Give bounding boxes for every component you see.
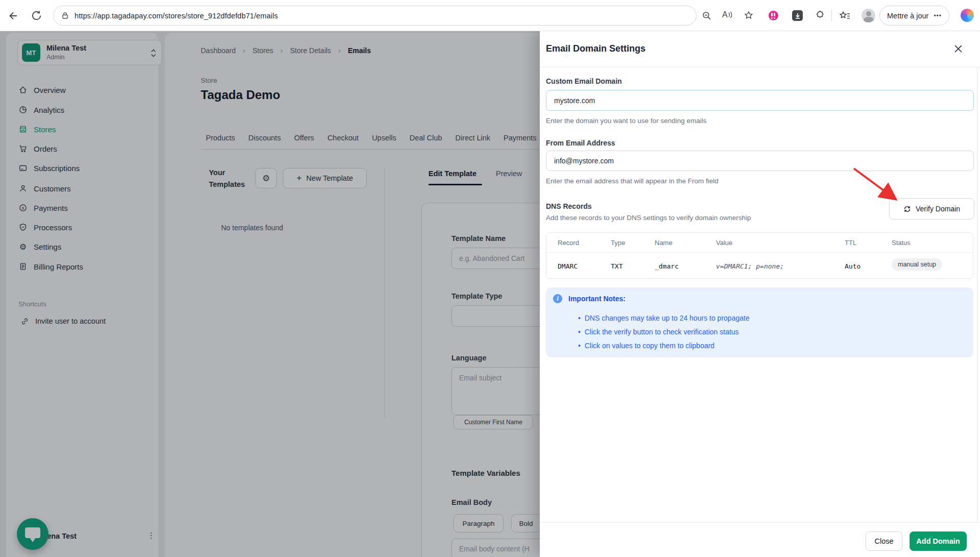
close-icon[interactable] (954, 44, 963, 53)
sidebar-item-label: Payments (34, 204, 68, 212)
cell-value[interactable]: v=DMARC1; p=none; (716, 262, 784, 270)
account-name: Milena Test (46, 44, 86, 52)
breadcrumb-store-details[interactable]: Store Details (290, 46, 331, 55)
tab-products[interactable]: Products (206, 134, 235, 142)
extensions-puzzle-icon[interactable] (814, 10, 825, 21)
col-ttl: TTL (845, 239, 856, 247)
sidebar-item-customers[interactable]: Customers (18, 180, 71, 197)
sidebar-item-payments[interactable]: $ Payments (18, 200, 68, 216)
chat-bubble-icon (25, 527, 40, 538)
tab-payments[interactable]: Payments (504, 134, 536, 142)
chevron-right-icon: › (338, 46, 341, 55)
sidebar-item-orders[interactable]: Orders (18, 140, 57, 157)
refresh-icon (903, 205, 911, 213)
account-switcher[interactable]: MT Milena Test Admin (17, 40, 162, 65)
sidebar-item-billing-reports[interactable]: Billing Reports (18, 258, 83, 275)
from-email-label: From Email Address (546, 139, 615, 147)
kebab-menu-icon[interactable]: ⋮ (147, 530, 155, 540)
bullet: • (578, 342, 585, 350)
modal-scrollbar[interactable] (977, 67, 977, 522)
tab-edit-template[interactable]: Edit Template (428, 169, 476, 178)
col-value: Value (716, 239, 732, 247)
note-text: DNS changes may take up to 24 hours to p… (585, 314, 750, 322)
sidebar-item-label: Subscriptions (34, 164, 80, 173)
store-icon (18, 125, 28, 134)
sidebar-item-subscriptions[interactable]: Subscriptions (18, 160, 80, 176)
variable-chip-customer-first-name[interactable]: Customer First Name (453, 415, 533, 429)
refresh-icon[interactable] (31, 10, 42, 21)
breadcrumb-dashboard[interactable]: Dashboard (201, 46, 236, 55)
template-name-label: Template Name (451, 234, 506, 243)
tab-deal-club[interactable]: Deal Club (410, 134, 442, 142)
tab-upsells[interactable]: Upsells (372, 134, 396, 142)
new-template-button[interactable]: + New Template (283, 168, 367, 188)
collections-icon[interactable] (839, 10, 851, 21)
extension-download-icon[interactable] (792, 10, 803, 21)
favorite-star-icon[interactable] (744, 10, 754, 20)
cell-record: DMARC (558, 262, 578, 270)
sidebar-item-processors[interactable]: Processors (18, 219, 72, 235)
update-label: Mettre à jour (887, 12, 928, 20)
verify-domain-button[interactable]: Verify Domain (889, 198, 974, 220)
email-domain-settings-modal: Email Domain Settings Custom Email Domai… (540, 31, 980, 557)
sidebar-item-label: Customers (34, 184, 71, 193)
sidebar-item-settings[interactable]: ⚙ Settings (18, 238, 61, 255)
status-badge: manual setup (892, 258, 942, 271)
dns-records-subtitle: Add these records to your DNS settings t… (546, 214, 751, 222)
read-aloud-icon[interactable]: A (722, 10, 732, 19)
profile-avatar[interactable] (862, 9, 875, 22)
sidebar-item-overview[interactable]: Overview (18, 82, 66, 98)
dns-table: Record Type Name Value TTL Status DMARC … (546, 232, 973, 279)
add-domain-button[interactable]: Add Domain (910, 531, 967, 551)
tab-direct-link[interactable]: Direct Link (456, 134, 491, 142)
breadcrumb-stores[interactable]: Stores (253, 46, 273, 55)
note-item: • DNS changes may take up to 24 hours to… (578, 314, 750, 322)
info-icon: i (553, 294, 562, 303)
sidebar-item-label: Processors (34, 223, 72, 232)
language-label: Language (451, 354, 486, 362)
template-type-label: Template Type (451, 292, 502, 300)
account-role: Admin (46, 54, 64, 61)
sidebar-item-label: Settings (34, 243, 61, 251)
zoom-out-icon[interactable] (702, 11, 712, 21)
bold-button[interactable]: Bold (511, 514, 541, 532)
edit-tab-underline (428, 184, 482, 185)
paragraph-button[interactable]: Paragraph (453, 514, 504, 532)
close-button[interactable]: Close (866, 531, 902, 551)
back-icon[interactable] (7, 10, 19, 22)
chevron-updown-icon (151, 49, 156, 57)
templates-empty-state: No templates found (221, 224, 283, 232)
store-tabs: Products Discounts Offers Checkout Upsel… (206, 134, 537, 142)
templates-settings-button[interactable]: ⚙ (255, 168, 277, 188)
tab-discounts[interactable]: Discounts (248, 134, 281, 142)
plus-icon: + (297, 173, 302, 183)
browser-update-button[interactable]: Mettre à jour ••• (879, 6, 949, 26)
sidebar-item-label: Billing Reports (34, 262, 83, 271)
screen: https://app.tagadapay.com/stores/store_9… (0, 0, 980, 557)
more-options-icon[interactable]: ••• (934, 12, 942, 19)
modal-footer-divider (540, 522, 980, 523)
verify-domain-label: Verify Domain (916, 205, 960, 213)
address-bar[interactable]: https://app.tagadapay.com/stores/store_9… (53, 6, 697, 26)
custom-domain-input[interactable] (546, 90, 974, 111)
col-status: Status (892, 239, 911, 247)
sidebar-item-stores[interactable]: Stores (18, 121, 56, 137)
tab-preview[interactable]: Preview (496, 169, 522, 178)
pie-chart-icon (18, 105, 28, 114)
chat-widget-button[interactable] (17, 518, 49, 550)
tab-checkout[interactable]: Checkout (327, 134, 358, 142)
from-email-input[interactable] (546, 151, 974, 171)
link-icon (20, 317, 29, 326)
modal-header-divider (540, 67, 980, 67)
dns-records-title: DNS Records (546, 202, 591, 210)
col-type: Type (611, 239, 625, 247)
tab-offers[interactable]: Offers (294, 134, 314, 142)
url-text: https://app.tagadapay.com/stores/store_9… (75, 12, 278, 20)
extension-pink-icon[interactable] (769, 11, 778, 20)
chevron-right-icon: › (243, 46, 246, 55)
shortcut-invite-user[interactable]: Invite user to account (20, 313, 106, 329)
page-title: Tagada Demo (201, 88, 280, 102)
copilot-icon[interactable] (961, 9, 974, 22)
sidebar-item-analytics[interactable]: Analytics (18, 102, 64, 118)
from-email-help: Enter the email address that will appear… (546, 177, 719, 185)
